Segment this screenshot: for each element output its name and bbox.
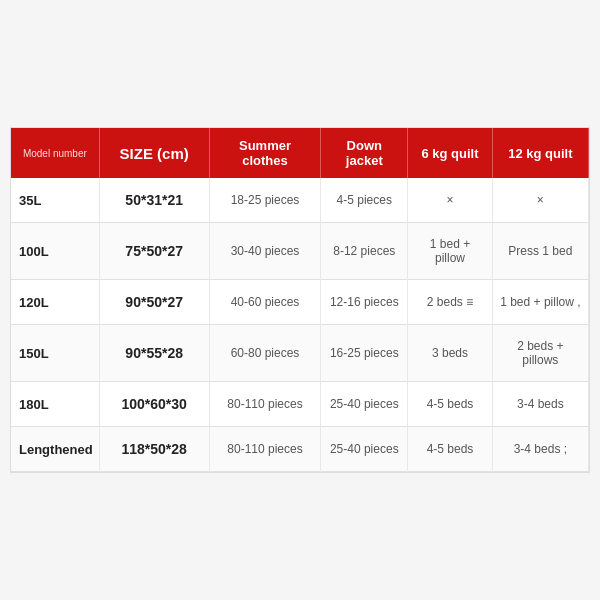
cell-size: 100*60*30	[99, 382, 209, 427]
cell-summer: 60-80 pieces	[209, 325, 321, 382]
cell-kg12: Press 1 bed	[492, 223, 588, 280]
header-size: SIZE (cm)	[99, 128, 209, 178]
cell-kg12: 1 bed + pillow ,	[492, 280, 588, 325]
table-row: 35L50*31*2118-25 pieces4-5 pieces××	[11, 178, 589, 223]
cell-down: 16-25 pieces	[321, 325, 408, 382]
cell-size: 90*55*28	[99, 325, 209, 382]
main-container: Model number SIZE (cm) Summer clothes Do…	[10, 127, 590, 473]
header-summer: Summer clothes	[209, 128, 321, 178]
cell-kg12: 3-4 beds ;	[492, 427, 588, 472]
size-table: Model number SIZE (cm) Summer clothes Do…	[11, 128, 589, 472]
header-model: Model number	[11, 128, 99, 178]
cell-kg6: 4-5 beds	[408, 382, 493, 427]
cell-model: 150L	[11, 325, 99, 382]
cell-summer: 18-25 pieces	[209, 178, 321, 223]
cell-kg6: 1 bed + pillow	[408, 223, 493, 280]
cell-kg12: ×	[492, 178, 588, 223]
cell-model: 120L	[11, 280, 99, 325]
cell-summer: 30-40 pieces	[209, 223, 321, 280]
cell-down: 25-40 pieces	[321, 427, 408, 472]
header-12kg: 12 kg quilt	[492, 128, 588, 178]
table-row: 120L90*50*2740-60 pieces12-16 pieces2 be…	[11, 280, 589, 325]
table-header-row: Model number SIZE (cm) Summer clothes Do…	[11, 128, 589, 178]
header-down: Down jacket	[321, 128, 408, 178]
cell-kg6: 3 beds	[408, 325, 493, 382]
cell-down: 12-16 pieces	[321, 280, 408, 325]
cell-summer: 80-110 pieces	[209, 382, 321, 427]
cell-model: 100L	[11, 223, 99, 280]
cell-kg6: 4-5 beds	[408, 427, 493, 472]
cell-kg12: 2 beds + pillows	[492, 325, 588, 382]
cell-kg12: 3-4 beds	[492, 382, 588, 427]
cell-model: Lengthened	[11, 427, 99, 472]
cell-summer: 80-110 pieces	[209, 427, 321, 472]
cell-size: 50*31*21	[99, 178, 209, 223]
table-row: 150L90*55*2860-80 pieces16-25 pieces3 be…	[11, 325, 589, 382]
table-row: 100L75*50*2730-40 pieces8-12 pieces1 bed…	[11, 223, 589, 280]
cell-size: 75*50*27	[99, 223, 209, 280]
cell-model: 35L	[11, 178, 99, 223]
cell-kg6: 2 beds ≡	[408, 280, 493, 325]
cell-size: 118*50*28	[99, 427, 209, 472]
cell-model: 180L	[11, 382, 99, 427]
table-row: 180L100*60*3080-110 pieces25-40 pieces4-…	[11, 382, 589, 427]
table-row: Lengthened118*50*2880-110 pieces25-40 pi…	[11, 427, 589, 472]
cell-down: 4-5 pieces	[321, 178, 408, 223]
cell-summer: 40-60 pieces	[209, 280, 321, 325]
cell-down: 25-40 pieces	[321, 382, 408, 427]
header-6kg: 6 kg quilt	[408, 128, 493, 178]
cell-down: 8-12 pieces	[321, 223, 408, 280]
cell-kg6: ×	[408, 178, 493, 223]
cell-size: 90*50*27	[99, 280, 209, 325]
